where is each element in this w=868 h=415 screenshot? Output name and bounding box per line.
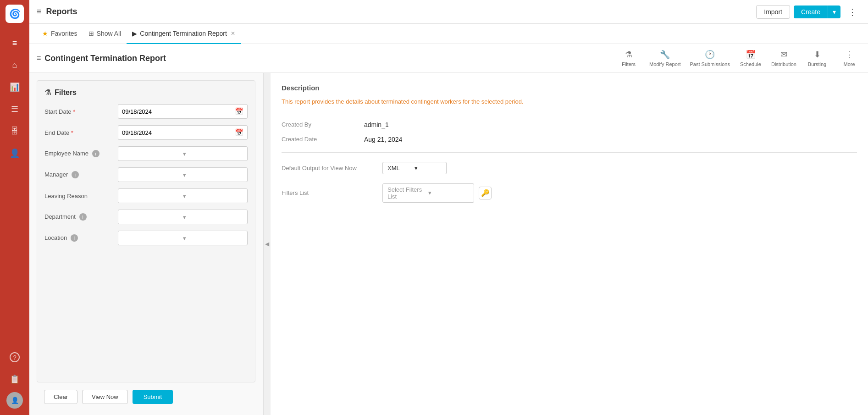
tab-favorites-label: Favorites: [51, 30, 77, 37]
toolbar-bursting[interactable]: ⬇ Bursting: [806, 50, 829, 67]
filters-list-chevron: ▾: [428, 189, 469, 196]
description-text: This report provides the details about t…: [282, 97, 857, 106]
submit-button[interactable]: Submit: [133, 390, 173, 404]
start-date-input-wrap[interactable]: 📅: [118, 104, 248, 119]
default-output-row: Default Output for View Now XML ▾: [282, 162, 857, 174]
clear-button[interactable]: Clear: [44, 390, 77, 404]
filter-panel: ⚗ Filters Start Date * 📅 End: [29, 73, 263, 415]
report-title: Contingent Termination Report: [44, 54, 166, 63]
toolbar-distribution[interactable]: ✉ Distribution: [771, 50, 796, 67]
end-date-label: End Date *: [44, 129, 118, 136]
toolbar-bursting-label: Bursting: [808, 61, 826, 67]
header-actions: Import Create ▾ ⋮: [756, 5, 861, 19]
leaving-reason-select[interactable]: ▾: [118, 188, 248, 203]
avatar[interactable]: 👤: [6, 392, 23, 409]
location-info-icon[interactable]: i: [71, 234, 78, 242]
default-output-chevron: ▾: [415, 165, 442, 172]
tab-close-icon[interactable]: ✕: [231, 30, 235, 37]
tab-contingent-label: Contingent Termination Report: [140, 30, 227, 37]
location-label: Location i: [44, 234, 118, 242]
download-icon: ⬇: [814, 50, 821, 60]
toolbar-past-label: Past Submissions: [690, 61, 730, 67]
collapse-handle[interactable]: ◀: [263, 73, 271, 415]
filters-list-controls: Select Filters List ▾ 🔑: [382, 183, 492, 203]
hamburger-icon[interactable]: ≡: [37, 7, 42, 17]
location-chevron: ▾: [183, 235, 244, 242]
filters-list-label: Filters List: [282, 189, 382, 196]
sidebar-help[interactable]: ?: [6, 348, 24, 366]
mail-icon: ✉: [780, 50, 787, 60]
start-date-label: Start Date *: [44, 108, 118, 115]
manager-label: Manager i: [44, 171, 118, 179]
calendar-icon: 📅: [746, 50, 756, 60]
end-date-input-wrap[interactable]: 📅: [118, 125, 248, 140]
star-icon: ★: [42, 30, 48, 37]
clock-icon: 🕐: [705, 50, 715, 60]
employee-name-info-icon[interactable]: i: [92, 150, 100, 157]
play-icon: ▶: [132, 30, 137, 37]
department-row: Department i ▾: [44, 210, 248, 224]
tab-contingent-termination[interactable]: ▶ Contingent Termination Report ✕: [127, 24, 241, 44]
view-now-button[interactable]: View Now: [82, 390, 128, 404]
end-date-input[interactable]: [122, 129, 235, 136]
import-button[interactable]: Import: [756, 5, 790, 19]
start-date-input[interactable]: [122, 108, 235, 115]
end-date-row: End Date * 📅: [44, 125, 248, 140]
manager-chevron: ▾: [183, 172, 244, 178]
employee-name-label: Employee Name i: [44, 150, 118, 158]
sidebar-analytics[interactable]: 📊: [6, 78, 24, 96]
toolbar-schedule[interactable]: 📅 Schedule: [739, 50, 762, 67]
toolbar-modify-report[interactable]: 🔧 Modify Report: [649, 50, 680, 67]
sidebar-tasks[interactable]: 📋: [6, 370, 24, 388]
created-by-row: Created By admin_1: [282, 121, 857, 128]
filter-actions: Clear View Now Submit: [37, 382, 255, 408]
sidebar-people[interactable]: 👤: [6, 144, 24, 162]
filter-panel-header: ⚗ Filters: [44, 88, 248, 97]
sidebar: 🌀 ≡ ⌂ 📊 ☰ 🗄 👤 ? 📋 👤: [0, 0, 29, 415]
tab-favorites[interactable]: ★ Favorites: [37, 24, 83, 44]
top-header: ≡ Reports Import Create ▾ ⋮: [29, 0, 868, 24]
tab-show-all[interactable]: ⊞ Show All: [83, 24, 127, 44]
sidebar-list[interactable]: ☰: [6, 100, 24, 118]
default-output-label: Default Output for View Now: [282, 165, 382, 172]
chevron-down-icon: ▾: [833, 8, 836, 16]
tabs-bar: ★ Favorites ⊞ Show All ▶ Contingent Term…: [29, 24, 868, 44]
department-select[interactable]: ▾: [118, 210, 248, 224]
employee-name-select[interactable]: ▾: [118, 146, 248, 161]
report-title-row: ≡ Contingent Termination Report ⚗ Filter…: [29, 44, 868, 73]
create-button-group: Create ▾: [794, 6, 840, 18]
location-select[interactable]: ▾: [118, 231, 248, 245]
header-more-button[interactable]: ⋮: [844, 5, 861, 19]
leaving-reason-chevron: ▾: [183, 193, 244, 199]
main-content: ≡ Reports Import Create ▾ ⋮ ★ Favorites …: [29, 0, 868, 415]
toolbar-more[interactable]: ⋮ More: [838, 50, 861, 67]
create-button[interactable]: Create: [794, 6, 828, 18]
filters-list-placeholder: Select Filters List: [387, 186, 428, 200]
create-dropdown-button[interactable]: ▾: [828, 6, 840, 18]
end-date-calendar-icon[interactable]: 📅: [235, 128, 243, 137]
manager-select[interactable]: ▾: [118, 167, 248, 182]
sidebar-home[interactable]: ⌂: [6, 56, 24, 74]
key-icon[interactable]: 🔑: [479, 187, 492, 199]
filters-list-select[interactable]: Select Filters List ▾: [382, 183, 474, 203]
filter-box: ⚗ Filters Start Date * 📅 End: [37, 80, 255, 382]
description-heading: Description: [282, 84, 857, 92]
page-body: ⚗ Filters Start Date * 📅 End: [29, 73, 868, 415]
department-info-icon[interactable]: i: [79, 213, 87, 221]
start-date-row: Start Date * 📅: [44, 104, 248, 119]
start-date-calendar-icon[interactable]: 📅: [235, 107, 243, 116]
location-row: Location i ▾: [44, 231, 248, 245]
sidebar-database[interactable]: 🗄: [6, 122, 24, 140]
manager-info-icon[interactable]: i: [72, 171, 79, 178]
default-output-select[interactable]: XML ▾: [382, 162, 447, 174]
department-chevron: ▾: [183, 214, 244, 221]
toolbar-more-label: More: [843, 61, 855, 67]
filters-list-row: Filters List Select Filters List ▾ 🔑: [282, 183, 857, 203]
toolbar-schedule-label: Schedule: [740, 61, 761, 67]
toolbar-modify-label: Modify Report: [649, 61, 680, 67]
toolbar-filters[interactable]: ⚗ Filters: [617, 50, 640, 67]
sidebar-expand[interactable]: ≡: [6, 34, 24, 52]
created-by-label: Created By: [282, 121, 364, 128]
report-title-icon: ≡: [37, 54, 41, 62]
toolbar-past-submissions[interactable]: 🕐 Past Submissions: [690, 50, 730, 67]
